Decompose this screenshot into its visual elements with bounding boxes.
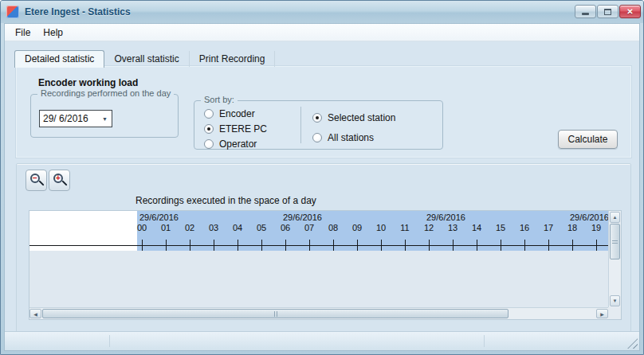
radio-icon	[204, 124, 214, 134]
hour-tick	[333, 240, 334, 251]
timeline-chart: 0029/6/201601020304050629/6/201607080910…	[29, 210, 622, 320]
hour-tick	[261, 240, 262, 251]
status-separator	[484, 335, 485, 347]
calculate-button[interactable]: Calculate	[558, 130, 618, 149]
date-label: 29/6/2016	[426, 213, 465, 222]
hour-tick	[572, 240, 573, 251]
radio-icon	[204, 139, 214, 149]
radio-all-stations[interactable]: All stations	[312, 131, 395, 143]
hour-label: 11	[395, 223, 414, 232]
date-groupbox-label: Recordings performed on the day	[37, 88, 174, 98]
date-picker[interactable]: 29/ 6/2016 ▼	[39, 110, 112, 127]
hour-label: 10	[371, 223, 391, 232]
date-value: 29/ 6/2016	[40, 113, 98, 124]
horizontal-scrollbar[interactable]: ◀ ▶	[29, 307, 608, 319]
resize-grip-icon[interactable]	[627, 338, 638, 349]
zoom-in-button[interactable]: +	[49, 170, 70, 191]
radio-etere-pc[interactable]: ETERE PC	[204, 123, 267, 135]
hour-label: 18	[563, 223, 582, 232]
radio-label: All stations	[328, 132, 374, 143]
menu-item-help[interactable]: Help	[37, 25, 69, 41]
hour-tick	[309, 240, 310, 251]
chart-panel: − + Recordings executed in the space of …	[16, 163, 631, 334]
horizontal-scrollbar-thumb[interactable]	[42, 309, 509, 318]
hour-tick	[453, 240, 454, 251]
hour-tick	[548, 240, 549, 251]
tab-print-recording[interactable]: Print Recording	[190, 51, 276, 67]
hour-tick	[166, 240, 167, 251]
vertical-scrollbar[interactable]: ▲ ▼	[608, 211, 621, 307]
radio-label: Selected station	[328, 112, 395, 123]
title-bar: Etere Ingest - Statistics ✕	[1, 1, 643, 23]
hour-label: 05	[252, 223, 271, 232]
menu-item-file[interactable]: File	[9, 25, 37, 41]
scroll-up-button[interactable]: ▲	[610, 212, 620, 223]
hour-tick	[596, 240, 597, 251]
hour-tick	[357, 240, 358, 251]
maximize-button[interactable]	[597, 5, 618, 18]
station-options-column: Selected stationAll stations	[312, 111, 395, 143]
close-icon: ✕	[626, 8, 633, 16]
vertical-scrollbar-thumb[interactable]	[610, 224, 620, 259]
chart-title: Recordings executed in the space of a da…	[135, 195, 316, 206]
radio-label: ETERE PC	[219, 123, 267, 135]
sort-options-column: EncoderETERE PCOperator	[204, 107, 267, 150]
hour-label: 17	[539, 223, 558, 232]
tab-detailed-statistic[interactable]: Detailed statistic	[14, 50, 104, 68]
dropdown-arrow-icon[interactable]: ▼	[98, 111, 112, 127]
scroll-right-button[interactable]: ▶	[596, 309, 608, 318]
radio-operator[interactable]: Operator	[204, 138, 267, 150]
hour-label: 04	[228, 223, 247, 232]
date-label: 29/6/2016	[283, 213, 322, 222]
maximize-icon	[604, 9, 611, 15]
date-label: 29/6/2016	[570, 213, 608, 222]
menu-bar: FileHelp	[5, 24, 639, 41]
sort-groupbox: Sort by: EncoderETERE PCOperator Selecte…	[194, 100, 443, 150]
hour-label: 15	[491, 223, 510, 232]
hour-tick	[429, 240, 430, 251]
app-icon	[6, 6, 19, 18]
hour-label: 16	[515, 223, 534, 232]
date-groupbox: Recordings performed on the day 29/ 6/20…	[30, 94, 179, 138]
hour-label: 19	[587, 223, 606, 232]
tab-overall-statistic[interactable]: Overall statistic	[104, 51, 189, 67]
radio-encoder[interactable]: Encoder	[204, 107, 267, 119]
hour-label: 06	[276, 223, 295, 232]
hour-tick	[405, 240, 406, 251]
chart-body	[29, 251, 608, 307]
main-area: Detailed statisticOverall statisticPrint…	[5, 42, 639, 331]
hour-tick	[381, 240, 382, 251]
zoom-out-button[interactable]: −	[26, 170, 47, 191]
radio-label: Operator	[219, 138, 257, 150]
hour-tick	[142, 240, 143, 251]
minimize-icon	[582, 13, 589, 15]
client-area: FileHelp Detailed statisticOverall stati…	[4, 23, 640, 351]
hour-label: 02	[180, 223, 199, 232]
hour-label: 13	[443, 223, 462, 232]
radio-selected-station[interactable]: Selected station	[312, 111, 395, 123]
radio-icon	[312, 133, 322, 142]
hour-tick	[214, 240, 214, 251]
radio-label: Encoder	[219, 108, 255, 119]
timeline-ruler: 0029/6/201601020304050629/6/201607080910…	[29, 211, 608, 251]
hour-tick	[501, 240, 501, 251]
scroll-left-button[interactable]: ◀	[29, 309, 41, 318]
radio-icon	[312, 113, 322, 123]
status-bar	[5, 331, 639, 350]
hour-label: 00	[132, 223, 151, 232]
hour-tick	[238, 240, 238, 251]
hour-label: 08	[324, 223, 343, 232]
scroll-down-button[interactable]: ▼	[610, 295, 620, 306]
hour-tick	[477, 240, 477, 251]
app-window: Etere Ingest - Statistics ✕ FileHelp Det…	[0, 0, 644, 355]
hour-label: 12	[419, 223, 438, 232]
minimize-button[interactable]	[575, 5, 596, 18]
window-title: Etere Ingest - Statistics	[25, 6, 131, 18]
hour-label: 07	[300, 223, 319, 232]
close-button[interactable]: ✕	[619, 5, 641, 18]
sort-groupbox-label: Sort by:	[201, 95, 238, 104]
hour-label: 14	[467, 223, 486, 232]
scrollbar-corner	[608, 307, 621, 319]
tab-strip: Detailed statisticOverall statisticPrint…	[14, 49, 275, 67]
hour-tick	[285, 240, 286, 251]
